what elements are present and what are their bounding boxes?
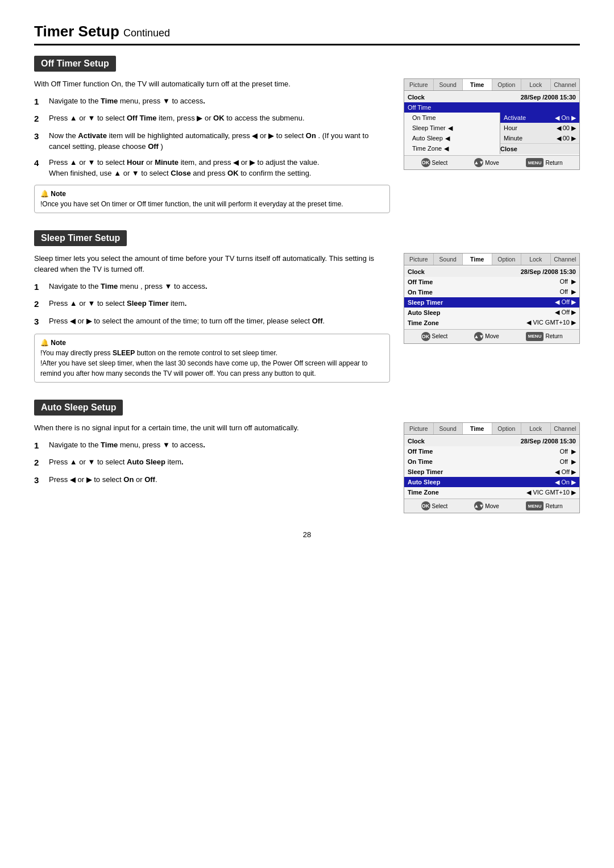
activate-row: Activate ◀ On ▶ [500, 113, 579, 123]
tab-channel: Channel [551, 79, 580, 90]
sleep-timer-menu-footer: OK Select ▲▼ Move MENU Return [404, 329, 579, 343]
step-3: 3 Now the Activate item will be highligh… [34, 130, 390, 152]
sleep-step-3: 3 Press ◀ or ▶ to select the amount of t… [34, 315, 390, 329]
sleep-timer-heading: Sleep Timer Setup [34, 230, 127, 246]
sleep-timer-text: Sleep timer lets you select the amount o… [34, 253, 390, 383]
auto-sleep-label: Auto Sleep◀ [409, 133, 500, 143]
minute-row: Minute ◀ 00 ▶ [500, 133, 579, 143]
auto-sleep-content: When there is no signal input for a cert… [34, 422, 580, 513]
auto-step-1: 1 Navigate to the Time menu, press ▼ to … [34, 439, 390, 452]
step-1: 1 Navigate to the Time menu, press ▼ to … [34, 95, 390, 109]
sleep-clock-row: Clock 28/Sep /2008 15:30 [404, 267, 579, 277]
auto-clock-row: Clock 28/Sep /2008 15:30 [404, 436, 579, 446]
sleep-timer-label: Sleep Timer◀ [409, 123, 500, 133]
off-time-row: Off Time [404, 102, 579, 113]
tab-lock-2: Lock [521, 254, 551, 265]
footer-move: ▲▼ Move [474, 158, 499, 167]
off-timer-note: 🔔 Note !Once you have set On timer or Of… [34, 185, 390, 213]
tab-channel-2: Channel [551, 254, 580, 265]
sleep-timer-intro: Sleep timer lets you select the amount o… [34, 253, 390, 275]
footer-return: MENU Return [526, 158, 563, 167]
tab-sound-3: Sound [434, 423, 463, 434]
page-number: 28 [34, 530, 580, 539]
tab-time-3: Time [463, 423, 492, 434]
auto-sleep-row: Auto Sleep ◀ On ▶ [404, 477, 579, 487]
off-timer-content: With Off Timer function On, the TV will … [34, 78, 580, 213]
tab-channel-3: Channel [551, 423, 580, 434]
auto-sleep-heading: Auto Sleep Setup [34, 400, 123, 416]
sleep-footer-move: ▲▼ Move [474, 332, 499, 341]
sleep-auto-sleep-row: Auto Sleep ◀ Off ▶ [404, 308, 579, 318]
sleep-timer-menu: Picture Sound Time Option Lock Channel C… [404, 253, 580, 344]
sleep-step-1: 1 Navigate to the Time menu , press ▼ to… [34, 281, 390, 294]
sleep-timer-menu-tabs: Picture Sound Time Option Lock Channel [404, 254, 579, 265]
auto-sleep-menu-tabs: Picture Sound Time Option Lock Channel [404, 423, 579, 435]
auto-sleep-steps: 1 Navigate to the Time menu, press ▼ to … [34, 439, 390, 487]
auto-sleep-intro: When there is no signal input for a cert… [34, 422, 390, 434]
off-timer-menu-tabs: Picture Sound Time Option Lock Channel [404, 79, 579, 91]
tab-picture-2: Picture [404, 254, 434, 265]
off-timer-text: With Off Timer function On, the TV will … [34, 78, 390, 213]
step-2: 2 Press ▲ or ▼ to select Off Time item, … [34, 113, 390, 126]
off-timer-steps: 1 Navigate to the Time menu, press ▼ to … [34, 95, 390, 179]
auto-on-time-row: On Time Off ▶ [404, 456, 579, 467]
sleep-time-zone-row: Time Zone ◀ VIC GMT+10 ▶ [404, 318, 579, 328]
sleep-step-2: 2 Press ▲ or ▼ to select Sleep Timer ite… [34, 298, 390, 311]
sleep-timer-row: Sleep Timer ◀ Off ▶ [404, 297, 579, 308]
sleep-footer-return: MENU Return [526, 332, 563, 341]
tab-option: Option [492, 79, 522, 90]
off-timer-menu-body: Clock 28/Sep /2008 15:30 Off Time On Tim… [404, 91, 579, 155]
auto-off-time-row: Off Time Off ▶ [404, 446, 579, 456]
on-time-label: On Time [409, 113, 500, 123]
tab-sound-2: Sound [434, 254, 463, 265]
close-row: Close [500, 143, 579, 154]
tab-lock: Lock [521, 79, 551, 90]
sleep-timer-content: Sleep timer lets you select the amount o… [34, 253, 580, 383]
off-timer-section: Off Timer Setup With Off Timer function … [34, 56, 580, 213]
auto-sleep-menu-body: Clock 28/Sep /2008 15:30 Off Time Off ▶ … [404, 435, 579, 499]
footer-select: OK Select [421, 158, 448, 167]
sleep-off-time-row: Off Time Off ▶ [404, 277, 579, 287]
auto-footer-move: ▲▼ Move [474, 501, 499, 510]
auto-footer-select: OK Select [421, 501, 448, 510]
tab-sound: Sound [434, 79, 463, 90]
auto-sleep-menu-footer: OK Select ▲▼ Move MENU Return [404, 499, 579, 513]
auto-sleep-timer-row: Sleep Timer ◀ Off ▶ [404, 467, 579, 477]
sleep-timer-section: Sleep Timer Setup Sleep timer lets you s… [34, 230, 580, 383]
off-timer-menu: Picture Sound Time Option Lock Channel C… [404, 78, 580, 170]
tab-time-2: Time [463, 254, 492, 265]
sleep-footer-select: OK Select [421, 332, 448, 341]
clock-row: Clock 28/Sep /2008 15:30 [404, 92, 579, 102]
auto-step-3: 3 Press ◀ or ▶ to select On or Off. [34, 474, 390, 487]
step-4: 4 Press ▲ or ▼ to select Hour or Minute … [34, 157, 390, 179]
sleep-timer-menu-body: Clock 28/Sep /2008 15:30 Off Time Off ▶ … [404, 265, 579, 329]
off-timer-activate-panel: Activate ◀ On ▶ Hour ◀ 00 ▶ Minute ◀ 00 … [500, 113, 579, 154]
off-timer-sub: On Time Sleep Timer◀ Auto Sleep◀ Time Zo… [404, 113, 579, 154]
tab-option-3: Option [492, 423, 522, 434]
time-zone-label: Time Zone◀ [409, 143, 500, 153]
hour-row: Hour ◀ 00 ▶ [500, 123, 579, 133]
sleep-timer-note: 🔔 Note !You may directly press SLEEP but… [34, 334, 390, 383]
tab-option-2: Option [492, 254, 522, 265]
tab-picture-3: Picture [404, 423, 434, 434]
auto-step-2: 2 Press ▲ or ▼ to select Auto Sleep item… [34, 456, 390, 470]
page-title: Timer Setup Continued [34, 23, 580, 45]
tab-picture: Picture [404, 79, 434, 90]
off-timer-intro: With Off Timer function On, the TV will … [34, 78, 390, 90]
auto-sleep-section: Auto Sleep Setup When there is no signal… [34, 400, 580, 513]
auto-sleep-menu: Picture Sound Time Option Lock Channel C… [404, 422, 580, 513]
tab-time: Time [463, 79, 492, 90]
auto-footer-return: MENU Return [526, 501, 563, 510]
off-timer-heading: Off Timer Setup [34, 56, 116, 72]
tab-lock-3: Lock [521, 423, 551, 434]
sleep-timer-steps: 1 Navigate to the Time menu , press ▼ to… [34, 281, 390, 329]
auto-time-zone-row: Time Zone ◀ VIC GMT+10 ▶ [404, 487, 579, 497]
off-timer-menu-footer: OK Select ▲▼ Move MENU Return [404, 155, 579, 169]
sleep-on-time-row: On Time Off ▶ [404, 287, 579, 297]
auto-sleep-text: When there is no signal input for a cert… [34, 422, 390, 491]
